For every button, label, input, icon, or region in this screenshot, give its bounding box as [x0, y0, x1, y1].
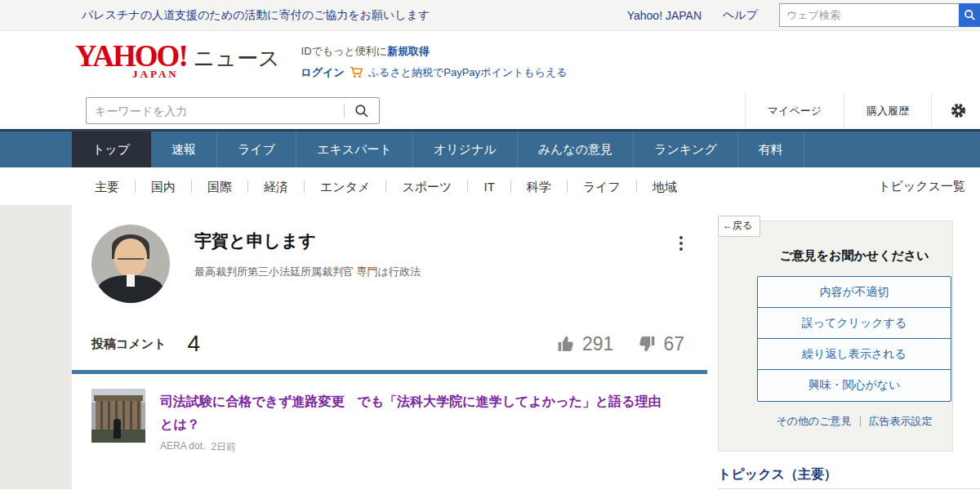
thumb-down-icon — [638, 335, 656, 353]
category-main[interactable]: 主要 — [79, 180, 136, 193]
category-science[interactable]: 科学 — [511, 180, 568, 193]
site-header: YAHOO! JAPAN ニュース IDでもっと便利に新規取得 ログイン ふるさ… — [0, 31, 980, 92]
category-life[interactable]: ライフ — [568, 180, 637, 193]
feedback-options: 内容が不適切 誤ってクリックする 繰り返し表示される 興味・関心がない — [757, 276, 951, 402]
nav-tab-top[interactable]: トップ — [72, 131, 151, 167]
top-bar: パレスチナの人道支援のための活動に寄付のご協力をお願いします Yahoo! JA… — [0, 0, 980, 31]
nav-tab-flash[interactable]: 速報 — [151, 131, 217, 167]
category-entertainment[interactable]: エンタメ — [305, 180, 386, 193]
nav-tab-opinions[interactable]: みんなの意見 — [518, 131, 634, 167]
left-gutter — [0, 205, 72, 489]
top-bar-right: Yahoo! JAPAN ヘルプ — [627, 3, 980, 27]
back-button[interactable]: ←戻る — [718, 216, 760, 237]
category-sports[interactable]: スポーツ — [386, 180, 468, 193]
ad-feedback-panel: ご意見をお聞かせください 内容が不適切 誤ってクリックする 繰り返し表示される … — [718, 220, 953, 452]
link-separator — [860, 416, 861, 427]
search-icon — [354, 104, 369, 118]
commenter-profile-card: 宇賀と申します 最高裁判所第三小法廷所属裁判官 専門は行政法 投稿コメント 4 … — [72, 205, 707, 489]
category-economy[interactable]: 経済 — [248, 180, 305, 193]
likes-count: 291 — [582, 333, 613, 355]
web-search-input[interactable] — [779, 3, 959, 27]
nav-tab-original[interactable]: オリジナル — [413, 131, 518, 167]
signup-link[interactable]: 新規取得 — [387, 45, 430, 57]
furusato-promo-link[interactable]: ふるさと納税でPayPayポイントもらえる — [368, 62, 568, 82]
ad-settings-link[interactable]: 広告表示設定 — [869, 414, 933, 429]
avatar — [91, 225, 170, 303]
purchase-history-link[interactable]: 購入履歴 — [844, 92, 931, 129]
keyword-search-input[interactable] — [87, 98, 344, 123]
article-source: AERA dot. — [160, 440, 205, 454]
search-row: マイページ 購入履歴 — [0, 92, 980, 129]
help-link[interactable]: ヘルプ — [723, 8, 758, 23]
settings-button[interactable] — [931, 92, 980, 129]
yahoo-news-logo[interactable]: YAHOO! JAPAN — [75, 42, 187, 81]
keyword-search-button[interactable] — [345, 98, 379, 123]
feedback-links: その他のご意見 広告表示設定 — [757, 414, 951, 429]
keyword-search-box — [86, 97, 380, 124]
feedback-option-repeated[interactable]: 繰り返し表示される — [758, 339, 951, 370]
login-link[interactable]: ログイン — [301, 62, 345, 82]
article-title-link[interactable]: 司法試験に合格できず進路変更 でも「法科大学院に進学してよかった」と語る理由とは… — [160, 390, 670, 436]
likes-total: 291 — [557, 333, 613, 355]
account-links: マイページ 購入履歴 — [745, 92, 980, 129]
article-meta: AERA dot. 2日前 — [160, 440, 670, 454]
main-nav: トップ 速報 ライブ エキスパート オリジナル みんなの意見 ランキング 有料 — [0, 129, 980, 167]
article-time: 2日前 — [211, 440, 236, 454]
web-search — [779, 3, 980, 27]
dislikes-total: 67 — [638, 333, 684, 355]
category-it[interactable]: IT — [468, 180, 510, 193]
comment-stats-row: 投稿コメント 4 291 — [72, 331, 707, 374]
web-search-button[interactable] — [959, 3, 980, 27]
right-sidebar: ←戻る ご意見をお聞かせください 内容が不適切 誤ってクリックする 繰り返し表示… — [707, 205, 980, 489]
logo-yahoo-text: YAHOO! — [75, 42, 187, 69]
profile-description: 最高裁判所第三小法廷所属裁判官 専門は行政法 — [194, 265, 421, 279]
comments-count: 4 — [187, 331, 200, 357]
nav-tab-ranking[interactable]: ランキング — [634, 131, 738, 167]
feedback-option-misclick[interactable]: 誤ってクリックする — [758, 308, 951, 339]
topics-list-link[interactable]: トピックス一覧 — [878, 179, 965, 194]
category-world[interactable]: 国際 — [192, 180, 248, 193]
comments-label: 投稿コメント — [91, 336, 166, 352]
nav-tabs: トップ 速報 ライブ エキスパート オリジナル みんなの意見 ランキング 有料 — [72, 131, 804, 167]
id-benefit-text: IDでもっと便利に — [301, 45, 388, 57]
article-text: 司法試験に合格できず進路変更 でも「法科大学院に進学してよかった」と語る理由とは… — [160, 389, 670, 454]
commented-article-item[interactable]: 司法試験に合格できず進路変更 でも「法科大学院に進学してよかった」と語る理由とは… — [91, 374, 688, 454]
nav-tab-paid[interactable]: 有料 — [738, 131, 804, 167]
content-area: 宇賀と申します 最高裁判所第三小法廷所属裁判官 専門は行政法 投稿コメント 4 … — [0, 205, 980, 489]
search-icon — [964, 9, 976, 21]
profile-name: 宇賀と申します — [194, 229, 421, 252]
gear-icon — [950, 102, 967, 119]
yahoo-japan-link[interactable]: Yahoo! JAPAN — [627, 9, 702, 22]
nav-tab-expert[interactable]: エキスパート — [296, 131, 413, 167]
profile-header: 宇賀と申します 最高裁判所第三小法廷所属裁判官 専門は行政法 — [91, 205, 688, 303]
nav-tab-live[interactable]: ライブ — [217, 131, 296, 167]
service-name: ニュース — [194, 44, 280, 73]
donation-banner-link[interactable]: パレスチナの人道支援のための活動に寄付のご協力をお願いします — [82, 8, 430, 23]
feedback-option-no-interest[interactable]: 興味・関心がない — [758, 370, 951, 401]
dislikes-count: 67 — [663, 333, 684, 355]
id-login-block: IDでもっと便利に新規取得 ログイン ふるさと納税でPayPayポイントもらえる — [301, 41, 568, 82]
kebab-menu-icon[interactable] — [679, 225, 683, 252]
category-domestic[interactable]: 国内 — [136, 180, 192, 193]
back-button-label: 戻る — [733, 220, 752, 231]
category-nav: 主要 国内 国際 経済 エンタメ スポーツ IT 科学 ライフ 地域 トピックス… — [0, 167, 980, 205]
profile-info: 宇賀と申します 最高裁判所第三小法廷所属裁判官 専門は行政法 — [194, 225, 421, 303]
feedback-title: ご意見をお聞かせください — [757, 248, 951, 264]
thumb-up-icon — [557, 335, 575, 353]
article-thumbnail — [91, 389, 145, 443]
feedback-option-inappropriate[interactable]: 内容が不適切 — [758, 277, 951, 308]
topics-main-heading[interactable]: トピックス（主要） — [718, 466, 837, 483]
topics-divider — [718, 488, 980, 489]
logo-japan-text: JAPAN — [75, 68, 187, 81]
other-feedback-link[interactable]: その他のご意見 — [776, 414, 851, 429]
cart-icon — [350, 66, 363, 78]
reaction-totals: 291 67 — [557, 333, 684, 355]
mypage-link[interactable]: マイページ — [745, 92, 844, 129]
category-items: 主要 国内 国際 経済 エンタメ スポーツ IT 科学 ライフ 地域 — [79, 180, 693, 193]
back-arrow-icon: ← — [723, 220, 733, 231]
category-region[interactable]: 地域 — [637, 180, 693, 193]
